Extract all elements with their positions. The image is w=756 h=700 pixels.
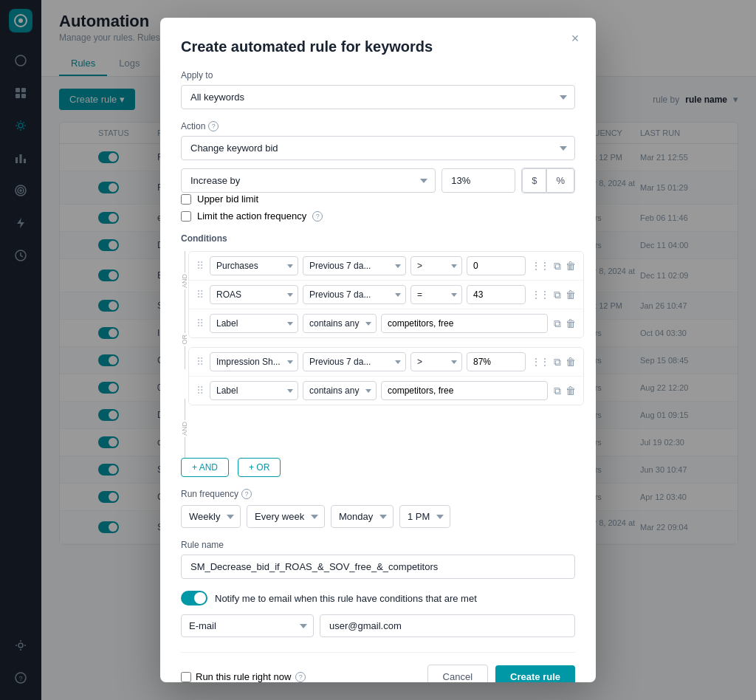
run-frequency-label: Run frequency ? [181,489,575,499]
value-input-purchases[interactable] [467,256,526,275]
condition-options-btn[interactable]: ⋮⋮ [530,259,551,272]
or-label-bracket: OR [181,310,188,369]
run-freq-row: Weekly Every week Monday 1 PM [181,505,575,528]
conditions-section: Conditions AND OR [181,233,575,477]
action-row: Increase by $ % [181,168,575,193]
or-button[interactable]: + OR [238,458,281,477]
action-section: Action ? Change keyword bid Increase by … [181,121,575,222]
condition-copy-btn[interactable]: ⧉ [552,316,563,332]
run-now-checkbox[interactable] [181,672,191,682]
upper-bid-limit-row: Upper bid limit [181,193,575,205]
rule-name-section: Rule name [181,540,575,579]
notify-text: Notify me to email when this rule have c… [215,593,477,604]
condition-copy-btn[interactable]: ⧉ [552,383,563,399]
close-button[interactable]: × [566,30,584,47]
condition-copy-btn[interactable]: ⧉ [552,354,563,370]
cancel-button[interactable]: Cancel [427,665,488,682]
drag-handle[interactable]: ⠿ [195,318,205,329]
condition-delete-btn[interactable]: 🗑 [564,383,577,398]
condition-row-purchases: ⠿ Purchases Previous 7 da... > [189,252,583,281]
drag-handle[interactable]: ⠿ [195,260,205,272]
conditions-table-2: ⠿ Impression Sh... Previous 7 da... > [188,347,584,405]
operator-select-roas[interactable]: = [410,285,462,304]
run-freq-day-select[interactable]: Monday [331,505,394,528]
rule-name-input[interactable] [181,555,575,579]
action-label: Action ? [181,121,575,131]
modal: × Create automated rule for keywords App… [160,18,596,682]
condition-icons-impression: ⋮⋮ ⧉ 🗑 [530,354,577,370]
run-freq-time-select[interactable]: 1 PM [399,505,450,528]
limit-action-help-icon[interactable]: ? [312,211,323,222]
value-input-label-1[interactable] [381,314,548,333]
modal-title: Create automated rule for keywords [181,38,575,55]
limit-action-freq-row: Limit the action frequency ? [181,210,575,222]
action-help-icon[interactable]: ? [208,121,219,131]
period-select-impression[interactable]: Previous 7 da... [303,352,406,371]
run-now-label: Run this rule right now [196,671,291,682]
metric-select-roas[interactable]: ROAS [210,285,298,304]
apply-to-label: Apply to [181,70,575,80]
conditions-wrapper: AND OR AND [181,251,575,458]
drag-handle[interactable]: ⠿ [195,356,205,368]
condition-icons-label-2: ⧉ 🗑 [552,383,577,399]
condition-delete-btn[interactable]: 🗑 [564,287,577,302]
conditions-table: ⠿ Purchases Previous 7 da... > [188,251,584,338]
email-input[interactable] [320,614,575,637]
period-select-purchases[interactable]: Previous 7 da... [303,256,406,275]
create-rule-modal-button[interactable]: Create rule [495,665,575,682]
action-select[interactable]: Change keyword bid [181,136,575,160]
upper-bid-limit-checkbox[interactable] [181,194,191,205]
condition-row-impression: ⠿ Impression Sh... Previous 7 da... > [189,348,583,377]
run-frequency-section: Run frequency ? Weekly Every week Monday… [181,489,575,528]
operator-select-purchases[interactable]: > [410,256,462,275]
metric-select-impression[interactable]: Impression Sh... [210,352,298,371]
condition-copy-btn[interactable]: ⧉ [552,258,563,274]
percent-unit-btn[interactable]: % [546,168,574,193]
condition-icons-purchases: ⋮⋮ ⧉ 🗑 [530,258,577,274]
metric-select-label-2[interactable]: Label [210,381,298,400]
increase-by-select[interactable]: Increase by [181,168,436,193]
bracket-labels: AND OR AND [181,251,188,458]
operator-select-label-2[interactable]: contains any [303,381,377,400]
value-input-roas[interactable] [467,285,526,304]
run-now-row: Run this rule right now ? [181,671,306,682]
run-freq-help-icon[interactable]: ? [241,489,252,499]
dollar-unit-btn[interactable]: $ [522,168,546,193]
email-row: E-mail [181,614,575,637]
value-input-impression[interactable] [467,352,526,371]
and-label-bracket: AND [181,251,188,310]
condition-copy-btn[interactable]: ⧉ [552,287,563,303]
drag-handle[interactable]: ⠿ [195,385,205,397]
percent-input[interactable] [441,168,515,193]
rule-name-label: Rule name [181,540,575,550]
metric-select-label-1[interactable]: Label [210,314,298,333]
condition-delete-btn[interactable]: 🗑 [564,354,577,369]
condition-options-btn[interactable]: ⋮⋮ [530,355,551,368]
value-input-label-2[interactable] [381,381,548,400]
operator-select-label-1[interactable]: contains any [303,314,377,333]
period-select-roas[interactable]: Previous 7 da... [303,285,406,304]
apply-to-select[interactable]: All keywords [181,85,575,109]
modal-footer: Run this rule right now ? Cancel Create … [181,652,575,682]
operator-select-impression[interactable]: > [410,352,462,371]
and-or-row: + AND + OR [181,458,575,477]
condition-icons-label-1: ⧉ 🗑 [552,316,577,332]
condition-row-label-2: ⠿ Label contains any ⧉ 🗑 [189,377,583,405]
and-button[interactable]: + AND [181,458,229,477]
condition-delete-btn[interactable]: 🗑 [564,258,577,273]
notify-toggle[interactable] [181,591,207,605]
run-now-help-icon[interactable]: ? [295,672,306,682]
modal-overlay: × Create automated rule for keywords App… [0,0,756,700]
run-freq-period-select[interactable]: Weekly [181,505,241,528]
email-type-select[interactable]: E-mail [181,614,314,637]
metric-select-purchases[interactable]: Purchases [210,256,298,275]
limit-action-freq-checkbox[interactable] [181,211,191,222]
run-freq-every-select[interactable]: Every week [247,505,325,528]
drag-handle[interactable]: ⠿ [195,289,205,301]
conditions-table-wrapper: ⠿ Purchases Previous 7 da... > [188,251,584,458]
apply-to-section: Apply to All keywords [181,70,575,109]
condition-delete-btn[interactable]: 🗑 [564,316,577,331]
condition-icons-roas: ⋮⋮ ⧉ 🗑 [530,287,577,303]
condition-row-roas: ⠿ ROAS Previous 7 da... = [189,281,583,309]
condition-options-btn[interactable]: ⋮⋮ [530,288,551,301]
